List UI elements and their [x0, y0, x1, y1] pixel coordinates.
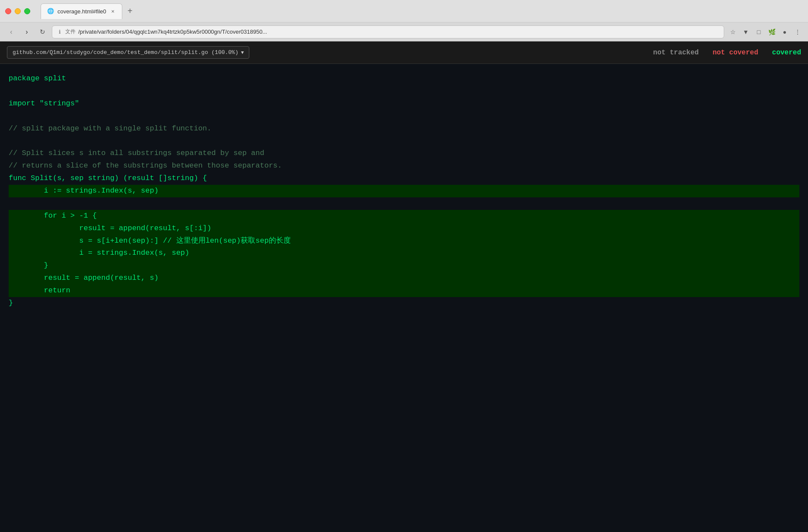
- toolbar: ‹ › ↻ ℹ 文件 /private/var/folders/04/qgqlc…: [0, 22, 808, 41]
- code-line: [9, 110, 799, 123]
- address-prefix: 文件: [65, 28, 76, 35]
- legend-not-covered: not covered: [713, 49, 758, 57]
- code-line: package split: [9, 73, 799, 85]
- code-line: i := strings.Index(s, sep): [9, 185, 799, 197]
- code-area: package split import "strings" // split …: [0, 64, 808, 532]
- tab-favicon-icon: 🌐: [47, 8, 54, 15]
- coverage-legend: not tracked not covered covered: [653, 49, 801, 57]
- code-line: // split package with a single split fun…: [9, 123, 799, 135]
- minimize-button[interactable]: [15, 8, 21, 14]
- legend-covered: covered: [772, 49, 801, 57]
- tab-close-button[interactable]: ✕: [110, 8, 116, 14]
- tab-title: coverage.html#file0: [57, 8, 106, 15]
- code-line: result = append(result, s): [9, 272, 799, 285]
- info-icon: ℹ: [57, 29, 63, 35]
- code-line: i = strings.Index(s, sep): [9, 247, 799, 260]
- new-tab-button[interactable]: +: [124, 5, 136, 17]
- toolbar-actions: ☆ ▼ □ 🌿 ● ⋮: [728, 27, 803, 37]
- code-line: [9, 85, 799, 98]
- menu-icon[interactable]: ⋮: [792, 27, 803, 37]
- code-line: [9, 197, 799, 210]
- forward-button[interactable]: ›: [21, 26, 33, 38]
- extension4-icon[interactable]: ●: [779, 27, 790, 37]
- legend-not-tracked: not tracked: [653, 49, 699, 57]
- code-line: import "strings": [9, 98, 799, 110]
- code-line: s = s[i+len(sep):] // 这里使用len(sep)获取sep的…: [9, 235, 799, 247]
- code-line: return: [9, 285, 799, 297]
- titlebar: 🌐 coverage.html#file0 ✕ +: [0, 0, 808, 22]
- address-bar[interactable]: ℹ 文件 /private/var/folders/04/qgqlc1wn7kq…: [52, 25, 724, 38]
- coverage-bar: github.com/Q1mi/studygo/code_demo/test_d…: [0, 41, 808, 64]
- evernote-icon[interactable]: 🌿: [767, 27, 777, 37]
- extension1-icon[interactable]: ▼: [741, 27, 751, 37]
- file-selector-text: github.com/Q1mi/studygo/code_demo/test_d…: [13, 49, 239, 56]
- extension2-icon[interactable]: □: [754, 27, 764, 37]
- bookmark-icon[interactable]: ☆: [728, 27, 738, 37]
- active-tab[interactable]: 🌐 coverage.html#file0 ✕: [41, 3, 122, 19]
- code-line: }: [9, 260, 799, 272]
- code-line: result = append(result, s[:i]): [9, 222, 799, 235]
- address-text: /private/var/folders/04/qgqlc1wn7kq4trtz…: [78, 28, 719, 35]
- tab-bar: 🌐 coverage.html#file0 ✕ +: [41, 3, 803, 19]
- code-line: func Split(s, sep string) (result []stri…: [9, 172, 799, 185]
- code-line: // Split slices s into all substrings se…: [9, 147, 799, 160]
- file-selector[interactable]: github.com/Q1mi/studygo/code_demo/test_d…: [7, 46, 249, 59]
- reload-button[interactable]: ↻: [36, 26, 48, 38]
- code-line: }: [9, 297, 799, 310]
- dropdown-arrow-icon: ▼: [241, 50, 244, 55]
- traffic-lights: [5, 8, 30, 14]
- close-button[interactable]: [5, 8, 11, 14]
- code-line: // returns a slice of the substrings bet…: [9, 160, 799, 172]
- code-line: for i > -1 {: [9, 210, 799, 222]
- back-button[interactable]: ‹: [5, 26, 17, 38]
- code-line: [9, 135, 799, 147]
- maximize-button[interactable]: [24, 8, 30, 14]
